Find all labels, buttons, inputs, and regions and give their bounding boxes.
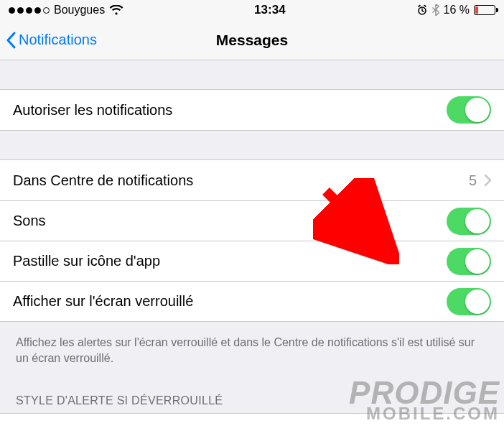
row-allow-notifications: Autoriser les notifications (0, 90, 504, 130)
clock: 13:34 (254, 3, 285, 17)
content: Autoriser les notifications Dans Centre … (0, 60, 504, 431)
row-badge: Pastille sur icône d'app (0, 241, 504, 281)
row-sounds: Sons (0, 200, 504, 241)
status-bar: Bouygues 13:34 16 % (0, 0, 504, 20)
chevron-right-icon (484, 174, 491, 187)
signal-strength-icon (9, 7, 50, 14)
sounds-toggle[interactable] (447, 208, 491, 235)
page-title: Messages (216, 32, 288, 49)
settings-screen: Bouygues 13:34 16 % Notifications Messag… (0, 0, 504, 431)
row-notification-center[interactable]: Dans Centre de notifications 5 (0, 160, 504, 200)
carrier-label: Bouygues (54, 4, 105, 17)
back-label: Notifications (19, 32, 97, 48)
back-button[interactable]: Notifications (6, 20, 97, 60)
wifi-icon (109, 5, 123, 16)
group-footer-text: Affichez les alertes sur l'écran verroui… (0, 328, 504, 366)
battery-percentage: 16 % (444, 4, 470, 17)
allow-notifications-label: Autoriser les notifications (13, 102, 172, 119)
lock-screen-label: Afficher sur l'écran verrouillé (13, 293, 193, 310)
alarm-icon (416, 4, 428, 16)
lock-screen-toggle[interactable] (447, 288, 491, 315)
battery-icon (474, 5, 495, 15)
sounds-label: Sons (13, 213, 46, 229)
row-lock-screen: Afficher sur l'écran verrouillé (0, 281, 504, 321)
settings-group-options: Dans Centre de notifications 5 Sons Past… (0, 159, 504, 322)
notification-center-value: 5 (469, 172, 477, 189)
alert-style-header: STYLE D'ALERTE SI DÉVERROUILLÉ (0, 394, 504, 413)
nav-bar: Notifications Messages (0, 20, 504, 60)
bluetooth-icon (432, 4, 439, 16)
settings-group-allow: Autoriser les notifications (0, 89, 504, 131)
badge-label: Pastille sur icône d'app (13, 253, 160, 269)
settings-group-alert-style (0, 413, 504, 431)
status-right: 16 % (416, 4, 495, 17)
badge-toggle[interactable] (447, 248, 491, 275)
status-left: Bouygues (9, 4, 123, 17)
allow-notifications-toggle[interactable] (447, 96, 491, 124)
notification-center-label: Dans Centre de notifications (13, 172, 193, 189)
chevron-left-icon (6, 32, 16, 49)
